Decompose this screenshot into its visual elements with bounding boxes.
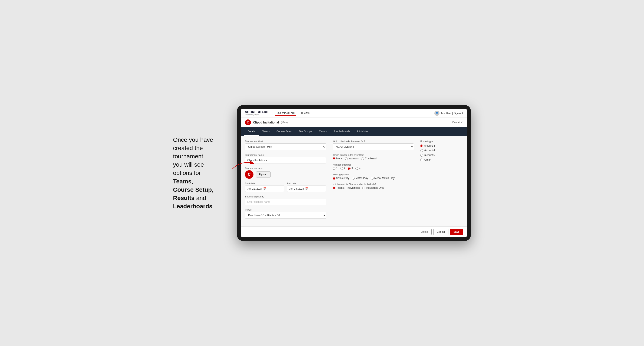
venue-label: Venue — [245, 208, 326, 211]
scoring-stroke[interactable]: Stroke Play — [333, 176, 349, 179]
host-select[interactable]: Clippd College - Men — [245, 144, 326, 150]
name-input[interactable] — [245, 157, 326, 164]
tab-leaderboards[interactable]: Leaderboards — [331, 127, 353, 136]
tournament-gender: (Men) — [281, 121, 288, 124]
division-group: Which division is the event for? NCAA Di… — [333, 140, 414, 150]
tab-teams[interactable]: Teams — [259, 127, 273, 136]
end-date-group: End date Jan 23, 2024 📅 — [287, 182, 326, 192]
division-select[interactable]: NCAA Division III — [333, 144, 414, 150]
logo-sub: Powered by clippd — [245, 114, 268, 116]
form-middle-col: Which division is the event for? NCAA Di… — [333, 140, 414, 222]
division-label: Which division is the event for? — [333, 140, 414, 143]
gender-combined[interactable]: Combined — [361, 157, 376, 160]
tab-bar: Details Teams Course Setup Tee Groups Re… — [241, 127, 467, 136]
team-individual-group: Is this event for Teams and/or Individua… — [333, 183, 414, 189]
form-area: Tournament Host Clippd College - Men Tou… — [241, 136, 467, 226]
delete-button[interactable]: Delete — [417, 229, 432, 235]
team-individual-radio-group: Teams (+Individuals) Individuals Only — [333, 186, 414, 189]
logo-upload-area: C Upload — [245, 170, 326, 179]
venue-select[interactable]: Peachtree GC - Atlanta - GA — [245, 212, 326, 219]
end-date-label: End date — [287, 182, 326, 185]
rounds-3[interactable]: 3 — [348, 167, 353, 170]
sponsor-label: Sponsor (optional) — [245, 195, 326, 198]
tab-details[interactable]: Details — [244, 127, 259, 136]
end-date-value: Jan 23, 2024 — [289, 187, 304, 190]
rounds-2[interactable]: 2 — [340, 167, 346, 170]
host-group: Tournament Host Clippd College - Men — [245, 140, 326, 150]
individuals-only[interactable]: Individuals Only — [362, 186, 384, 189]
logo-label: Tournament logo — [245, 167, 326, 170]
gender-group: Which gender is the event for? Mens Wome… — [333, 154, 414, 160]
nav-right: 👤 Test User | Sign out — [434, 111, 463, 116]
format-6count4[interactable]: 6 count 4 — [420, 149, 463, 152]
venue-group: Venue Peachtree GC - Atlanta - GA — [245, 208, 326, 219]
upload-button[interactable]: Upload — [256, 172, 270, 177]
sponsor-group: Sponsor (optional) — [245, 195, 326, 205]
date-row: Start date Jan 21, 2024 📅 End date Jan 2… — [245, 182, 326, 192]
tab-printables[interactable]: Printables — [354, 127, 372, 136]
start-date-input[interactable]: Jan 21, 2024 📅 — [245, 185, 284, 192]
rounds-4[interactable]: 4 — [356, 167, 360, 170]
format-label: Format type — [420, 140, 463, 143]
cancel-button[interactable]: Cancel — [433, 229, 448, 235]
rounds-1[interactable]: 1 — [333, 167, 338, 170]
scoring-group: Scoring system Stroke Play Match Play Me… — [333, 173, 414, 179]
tab-course-setup[interactable]: Course Setup — [273, 127, 296, 136]
end-date-input[interactable]: Jan 23, 2024 📅 — [287, 185, 326, 192]
bottom-bar: Delete Cancel Save — [241, 226, 467, 237]
format-5count4[interactable]: 5 count 4 — [420, 144, 463, 147]
user-label[interactable]: Test User | Sign out — [441, 112, 463, 115]
tournament-name: Clippd Invitational — [253, 121, 279, 124]
tournament-header: C Clippd Invitational (Men) Cancel ✕ — [241, 118, 467, 127]
gender-mens[interactable]: Mens — [333, 157, 342, 160]
team-individual-label: Is this event for Teams and/or Individua… — [333, 183, 414, 185]
gender-radio-group: Mens Womens Combined — [333, 157, 414, 160]
nav-tournaments[interactable]: TOURNAMENTS — [275, 111, 296, 116]
start-date-label: Start date — [245, 182, 284, 185]
scoring-medal[interactable]: Medal Match Play — [371, 176, 394, 179]
rounds-label: Number of rounds — [333, 164, 414, 166]
nav-teams[interactable]: TEAMS — [300, 111, 310, 116]
format-other[interactable]: Other — [420, 158, 463, 161]
rounds-group: Number of rounds 1 2 3 — [333, 164, 414, 170]
logo-area: SCOREBOARD Powered by clippd — [245, 111, 268, 116]
start-calendar-icon: 📅 — [263, 187, 266, 190]
cancel-x-button[interactable]: Cancel ✕ — [452, 121, 463, 124]
top-nav: SCOREBOARD Powered by clippd TOURNAMENTS… — [241, 109, 467, 118]
tablet-screen: SCOREBOARD Powered by clippd TOURNAMENTS… — [241, 109, 467, 237]
format-6count5[interactable]: 6 count 5 — [420, 154, 463, 157]
user-avatar: 👤 — [434, 111, 440, 116]
start-date-group: Start date Jan 21, 2024 📅 — [245, 182, 284, 192]
tab-tee-groups[interactable]: Tee Groups — [296, 127, 316, 136]
form-left-col: Tournament Host Clippd College - Men Tou… — [245, 140, 326, 222]
gender-womens[interactable]: Womens — [345, 157, 358, 160]
scoring-label: Scoring system — [333, 173, 414, 176]
logo-text: SCOREBOARD — [245, 111, 268, 114]
tab-results[interactable]: Results — [316, 127, 331, 136]
sponsor-input[interactable] — [245, 199, 326, 205]
teams-plus-individuals[interactable]: Teams (+Individuals) — [333, 186, 360, 189]
host-label: Tournament Host — [245, 140, 326, 143]
instruction-text: Once you have created the tournament, yo… — [173, 136, 228, 211]
arrow-icon — [230, 157, 256, 174]
tablet-frame: SCOREBOARD Powered by clippd TOURNAMENTS… — [237, 105, 471, 241]
start-date-value: Jan 21, 2024 — [247, 187, 262, 190]
rounds-radio-group: 1 2 3 4 — [333, 167, 414, 170]
name-group: Tournament name — [245, 154, 326, 164]
format-section: Format type 5 count 4 6 count 4 6 count … — [420, 140, 463, 222]
logo-group: Tournament logo C Upload — [245, 167, 326, 179]
name-label: Tournament name — [245, 154, 326, 156]
nav-links: TOURNAMENTS TEAMS — [275, 111, 310, 116]
gender-label: Which gender is the event for? — [333, 154, 414, 156]
scoring-radio-group: Stroke Play Match Play Medal Match Play — [333, 176, 414, 179]
tournament-icon: C — [245, 119, 251, 125]
scoring-match[interactable]: Match Play — [352, 176, 368, 179]
end-calendar-icon: 📅 — [305, 187, 308, 190]
save-button[interactable]: Save — [450, 229, 463, 235]
